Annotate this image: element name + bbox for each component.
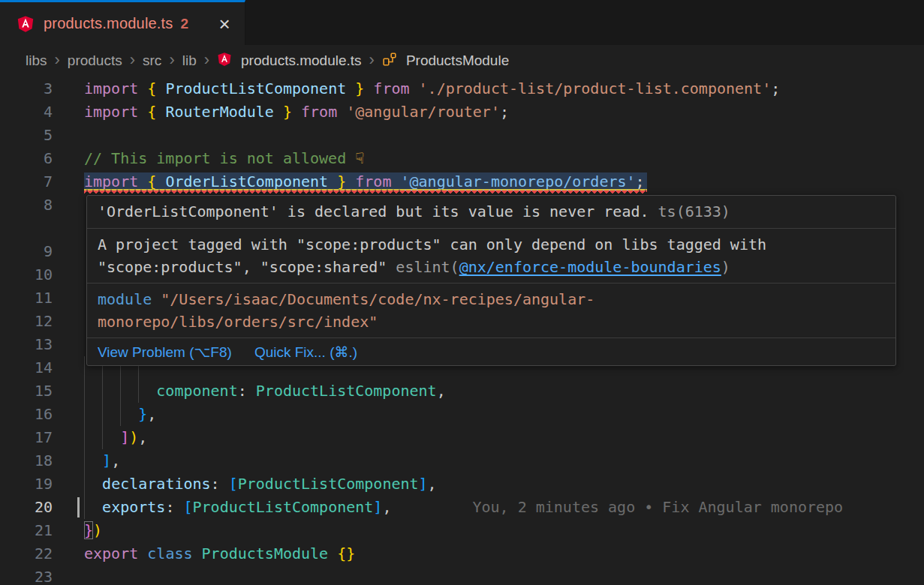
code-token (138, 544, 147, 562)
code-line-23[interactable]: 23 (0, 566, 924, 585)
view-problem-button[interactable]: View Problem (⌥F8) (98, 344, 232, 361)
code-line-18[interactable]: 18 ], (0, 449, 924, 472)
breadcrumb-item-lib[interactable]: lib (182, 52, 197, 69)
code-token: ProductListComponent (193, 498, 374, 516)
eslint-source-close: ) (721, 258, 730, 276)
breadcrumb-item-file[interactable]: products.module.ts (241, 52, 362, 69)
code-token: { (147, 172, 156, 190)
indent-guide (102, 403, 103, 426)
indent-guide (84, 496, 85, 519)
code-token: component (156, 382, 237, 400)
code-token: from (355, 172, 391, 190)
line-number: 7 (0, 170, 53, 194)
code-token: ; (500, 103, 509, 121)
code-line-4[interactable]: 4import { RouterModule } from '@angular/… (0, 100, 924, 124)
code-token (84, 498, 102, 516)
eslint-message-line1: A project tagged with "scope:products" c… (98, 236, 766, 254)
line-number: 5 (0, 124, 53, 147)
code-line-19[interactable]: 19 declarations: [ProductListComponent], (0, 472, 924, 496)
code-token (292, 103, 301, 121)
line-number: 19 (0, 472, 53, 496)
code-token: , (138, 428, 147, 446)
angular-icon (217, 52, 232, 70)
code-line-3[interactable]: 3import { ProductListComponent } from '.… (0, 77, 924, 100)
indent-guide (120, 380, 121, 403)
code-token: ] (419, 475, 428, 493)
code-token (346, 172, 355, 190)
code-token (193, 544, 202, 562)
code-token: ) (129, 428, 138, 446)
code-token (84, 475, 102, 493)
code-token: , (382, 498, 391, 516)
code-token (220, 475, 229, 493)
indent-guide (84, 472, 85, 496)
code-token: ; (771, 80, 780, 98)
hover-eslint-diagnostic: A project tagged with "scope:products" c… (87, 229, 895, 284)
code-token: } (84, 521, 93, 539)
indent-guide (84, 403, 85, 426)
hover-action-bar: View Problem (⌥F8) Quick Fix... (⌘.) (87, 338, 895, 365)
code-token: OrderListComponent (165, 172, 328, 190)
indent-guide (138, 380, 139, 403)
module-path-line2: monorepo/libs/orders/src/index" (98, 313, 378, 331)
eslint-rule-link[interactable]: @nx/enforce-module-boundaries (459, 258, 721, 276)
code-line-6[interactable]: 6// This import is not allowed ☟ (0, 147, 924, 170)
code-token: ☟ (355, 149, 364, 167)
quick-fix-button[interactable]: Quick Fix... (⌘.) (254, 344, 357, 361)
close-icon[interactable]: × (215, 16, 234, 32)
code-token (156, 80, 165, 98)
tab-products-module[interactable]: products.module.ts 2 × (0, 0, 245, 45)
code-token: ] (373, 498, 382, 516)
indent-guide (102, 426, 103, 449)
line-number: 6 (0, 147, 53, 170)
code-line-17[interactable]: 17 ]), (0, 426, 924, 449)
code-line-16[interactable]: 16 }, (0, 403, 924, 426)
code-token: ProductListComponent (165, 80, 346, 98)
code-token (138, 80, 147, 98)
angular-icon (17, 15, 35, 33)
code-line-7[interactable]: 7import { OrderListComponent } from '@an… (0, 170, 924, 194)
code-token (328, 544, 337, 562)
code-token (337, 103, 346, 121)
breadcrumb-item-symbol[interactable]: ProductsModule (406, 52, 509, 69)
code-token: ProductListComponent (238, 475, 419, 493)
code-token: RouterModule (165, 103, 274, 121)
code-token: export (84, 544, 138, 562)
tab-title: products.module.ts (44, 15, 173, 32)
line-number: 20 (0, 496, 53, 519)
code-line-5[interactable]: 5 (0, 124, 924, 147)
line-number: 4 (0, 100, 53, 124)
line-number: 22 (0, 542, 53, 566)
code-token: ; (636, 172, 645, 190)
code-token: , (437, 382, 446, 400)
code-token: exports (102, 498, 165, 516)
chevron-right-icon: › (130, 50, 135, 70)
breadcrumb-item-products[interactable]: products (68, 52, 122, 69)
code-token: import (84, 103, 138, 121)
code-token: '@angular-monorepo/orders' (401, 172, 636, 190)
code-token: import (84, 172, 138, 190)
code-token: '@angular/router' (346, 103, 500, 121)
indent-guide (102, 380, 103, 403)
code-token: from (301, 103, 337, 121)
line-number: 16 (0, 403, 53, 426)
eslint-source-open: eslint( (396, 258, 459, 276)
code-token: import (84, 80, 138, 98)
line-number: 14 (0, 356, 53, 380)
breadcrumb-item-src[interactable]: src (143, 52, 161, 69)
code-line-20[interactable]: 20 exports: [ProductListComponent],You, … (0, 496, 924, 519)
breadcrumb-item-libs[interactable]: libs (26, 52, 47, 69)
code-token (138, 172, 147, 190)
code-token: : (238, 382, 247, 400)
code-line-15[interactable]: 15 component: ProductListComponent, (0, 380, 924, 403)
code-token: , (147, 405, 156, 423)
tab-bar: products.module.ts 2 × (0, 0, 924, 45)
code-token: , (111, 452, 120, 470)
line-number: 23 (0, 566, 53, 585)
code-line-21[interactable]: 21}) (0, 519, 924, 542)
code-token (364, 80, 373, 98)
line-number: 8 (0, 194, 53, 217)
line-number: 12 (0, 310, 53, 333)
code-line-22[interactable]: 22export class ProductsModule {} (0, 542, 924, 566)
module-keyword: module (98, 290, 152, 308)
